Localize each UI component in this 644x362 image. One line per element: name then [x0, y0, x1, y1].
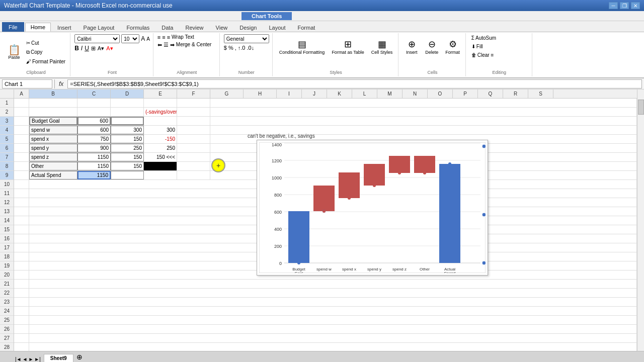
- row-header-15[interactable]: 15: [0, 225, 14, 234]
- tab-design[interactable]: Design: [234, 23, 262, 32]
- last-sheet-button[interactable]: ►|: [34, 356, 41, 362]
- format-cells-button[interactable]: ⚙ Format: [443, 34, 462, 59]
- percent-button[interactable]: %: [228, 45, 233, 51]
- cell-rest-2[interactable]: [210, 108, 637, 116]
- align-bottom-button[interactable]: ≡: [167, 34, 170, 40]
- col-header-p[interactable]: P: [453, 89, 478, 98]
- border-button[interactable]: ⊞: [91, 45, 96, 52]
- row-header-11[interactable]: 11: [0, 189, 14, 198]
- cell-f8[interactable]: [177, 162, 210, 170]
- prev-sheet-button[interactable]: ◄: [23, 356, 28, 362]
- cell-d2[interactable]: [111, 108, 144, 116]
- vertical-scrollbar[interactable]: [637, 89, 644, 351]
- first-sheet-button[interactable]: |◄: [15, 356, 22, 362]
- cell-d6[interactable]: 250: [111, 144, 144, 152]
- row-header-16[interactable]: 16: [0, 234, 14, 243]
- tab-page-layout[interactable]: Page Layout: [78, 23, 120, 32]
- fill-button[interactable]: ⬇ Fill: [470, 43, 498, 50]
- cell-e5[interactable]: -150: [144, 135, 177, 143]
- minimize-button[interactable]: ─: [609, 2, 618, 9]
- col-header-i[interactable]: I: [277, 89, 302, 98]
- row-header-5[interactable]: 5: [0, 135, 14, 144]
- tab-insert[interactable]: Insert: [52, 23, 77, 32]
- cell-d7[interactable]: 150: [111, 153, 144, 161]
- tab-view[interactable]: View: [210, 23, 233, 32]
- copy-button[interactable]: ⧉ Copy: [25, 48, 67, 56]
- row-header-13[interactable]: 13: [0, 207, 14, 216]
- tab-data[interactable]: Data: [156, 23, 179, 32]
- cell-d4[interactable]: 300: [111, 126, 144, 134]
- row-header-9[interactable]: 9: [0, 171, 14, 180]
- col-header-f[interactable]: F: [177, 89, 210, 98]
- tab-file[interactable]: File: [2, 22, 24, 32]
- col-header-k[interactable]: K: [327, 89, 352, 98]
- cell-b6[interactable]: spend y: [29, 144, 77, 152]
- cell-b5[interactable]: spend x: [29, 135, 77, 143]
- col-header-n[interactable]: N: [403, 89, 428, 98]
- row-header-18[interactable]: 18: [0, 252, 14, 261]
- cell-a2[interactable]: [14, 108, 29, 116]
- cell-f1[interactable]: [177, 99, 210, 107]
- row-header-6[interactable]: 6: [0, 144, 14, 153]
- cell-b3[interactable]: Budget Goal: [29, 117, 77, 125]
- align-top-button[interactable]: ≡: [157, 34, 160, 40]
- tab-format[interactable]: Format: [292, 23, 320, 32]
- cell-d8[interactable]: 150: [111, 162, 144, 170]
- insert-cells-button[interactable]: ⊕ Insert: [403, 34, 421, 59]
- cell-b9[interactable]: Actual Spend: [29, 171, 77, 179]
- cell-a9[interactable]: [14, 171, 29, 179]
- vscroll-thumb[interactable]: [638, 100, 644, 115]
- paste-button[interactable]: 📋 Paste: [5, 38, 23, 66]
- row-header-23[interactable]: 23: [0, 298, 14, 307]
- cell-a7[interactable]: [14, 153, 29, 161]
- formula-input[interactable]: [67, 79, 642, 88]
- cell-rest-3[interactable]: [210, 117, 637, 125]
- row-header-20[interactable]: 20: [0, 270, 14, 280]
- conditional-formatting-button[interactable]: ▤ Conditional Formatting: [277, 34, 328, 59]
- tab-review[interactable]: Review: [180, 23, 209, 32]
- decrease-font-button[interactable]: A: [146, 36, 150, 42]
- cell-c6[interactable]: 900: [77, 144, 111, 152]
- cell-d1[interactable]: [111, 99, 144, 107]
- row-header-22[interactable]: 22: [0, 289, 14, 298]
- fill-color-button[interactable]: A▾: [98, 45, 104, 52]
- decrease-decimal-button[interactable]: .0↓: [247, 45, 254, 51]
- cell-styles-button[interactable]: ▦ Cell Styles: [369, 34, 395, 59]
- row-header-26[interactable]: 26: [0, 325, 14, 334]
- name-box[interactable]: [2, 79, 52, 88]
- row-header-8[interactable]: 8: [0, 162, 14, 171]
- cell-e3[interactable]: [144, 117, 177, 125]
- cell-e2[interactable]: (-savings/overruns): [144, 108, 177, 116]
- cell-a8[interactable]: [14, 162, 29, 170]
- cell-a1[interactable]: [14, 99, 29, 107]
- row-header-4[interactable]: 4: [0, 126, 14, 135]
- cell-f6[interactable]: [177, 144, 210, 152]
- cell-e9[interactable]: [144, 171, 177, 179]
- row-header-28[interactable]: 28: [0, 343, 14, 351]
- row-header-14[interactable]: 14: [0, 216, 14, 225]
- col-header-g[interactable]: G: [210, 89, 244, 98]
- cell-c3[interactable]: 600: [77, 117, 111, 125]
- font-size-select[interactable]: 10: [121, 34, 139, 43]
- wrap-text-button[interactable]: Wrap Text: [172, 34, 194, 40]
- row-header-19[interactable]: 19: [0, 261, 14, 270]
- cell-a3[interactable]: [14, 117, 29, 125]
- underline-button[interactable]: U: [85, 45, 89, 52]
- col-header-o[interactable]: O: [428, 89, 453, 98]
- row-header-7[interactable]: 7: [0, 153, 14, 162]
- delete-cells-button[interactable]: ⊖ Delete: [423, 34, 441, 59]
- cell-c5[interactable]: 750: [77, 135, 111, 143]
- cell-f3[interactable]: [177, 117, 210, 125]
- cell-c2[interactable]: [77, 108, 111, 116]
- align-middle-button[interactable]: ≡: [162, 34, 165, 40]
- cell-b2[interactable]: [29, 108, 77, 116]
- col-header-r[interactable]: R: [503, 89, 528, 98]
- row-header-10[interactable]: 10: [0, 180, 14, 189]
- cell-f7[interactable]: [177, 153, 210, 161]
- cell-a6[interactable]: [14, 144, 29, 152]
- restore-button[interactable]: ❐: [620, 2, 629, 9]
- row-header-12[interactable]: 12: [0, 198, 14, 207]
- cell-f4[interactable]: [177, 126, 210, 134]
- cell-a10[interactable]: [14, 180, 29, 189]
- col-header-m[interactable]: M: [377, 89, 403, 98]
